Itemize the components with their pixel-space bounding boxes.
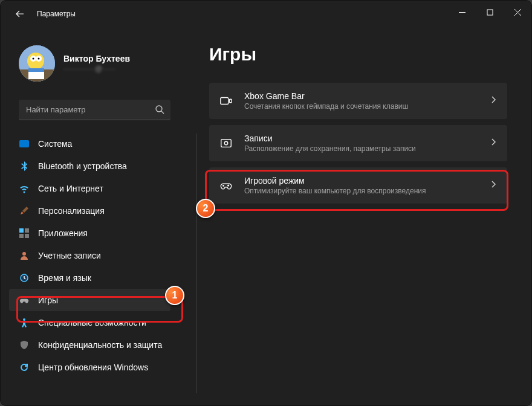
sidebar-item-label: Приложения [38,228,88,238]
monitor-icon [19,138,30,149]
chevron-right-icon [489,95,498,106]
svg-point-21 [23,318,25,321]
chevron-right-icon [489,138,498,149]
svg-point-13 [156,106,162,112]
main-content: Игры Xbox Game BarСочетания кнопок геймп… [185,27,531,405]
sidebar-item-personalization[interactable]: Персонализация [9,199,170,222]
sidebar-item-bluetooth[interactable]: Bluetooth и устройства [9,155,170,177]
setting-xbox-game-bar[interactable]: Xbox Game BarСочетания кнопок геймпада и… [209,83,507,119]
bluetooth-icon [19,161,30,172]
svg-point-10 [38,58,40,60]
sidebar-item-label: Bluetooth и устройства [38,161,127,171]
back-button[interactable] [13,7,27,21]
gamepad-icon [19,295,30,306]
sidebar-item-gaming[interactable]: Игры [9,289,170,311]
sidebar-item-windows-update[interactable]: Центр обновления Windows [9,356,170,378]
sidebar-item-apps[interactable]: Приложения [9,222,170,244]
capture-icon [219,136,233,150]
step-badge-2: 2 [196,199,215,218]
setting-subtitle: Оптимизируйте ваш компьютер для воспроиз… [244,187,489,195]
svg-point-19 [22,252,26,256]
sidebar-item-label: Время и язык [38,273,91,283]
setting-title: Игровой режим [244,176,489,185]
sidebar-item-network[interactable]: Сеть и Интернет [9,177,170,199]
setting-game-mode[interactable]: Игровой режимОптимизируйте ваш компьютер… [209,167,507,204]
search-input[interactable] [19,100,170,120]
setting-subtitle: Сочетания кнопок геймпада и сочетания кл… [244,102,489,111]
arrow-left-icon [15,9,25,19]
chevron-right-icon [489,180,498,191]
svg-rect-22 [221,98,229,105]
svg-point-6 [27,53,44,69]
profile-block[interactable]: Виктор Бухтеев ············@····· [1,27,179,94]
titlebar: Параметры [1,1,531,27]
close-icon [514,9,521,16]
close-button[interactable] [504,1,531,24]
shield-icon [19,340,30,350]
sidebar-item-label: Специальные возможности [38,318,146,327]
person-icon [19,250,30,261]
sidebar-item-label: Персонализация [38,206,105,216]
page-title: Игры [209,44,507,65]
sidebar-item-label: Сеть и Интернет [38,184,103,193]
svg-line-14 [161,111,164,114]
settings-window: Параметры [0,0,532,406]
svg-point-25 [224,141,228,145]
setting-captures[interactable]: ЗаписиРасположение для сохранения, парам… [209,125,507,161]
window-title: Параметры [37,10,76,18]
svg-rect-15 [19,228,24,233]
svg-rect-18 [25,234,29,238]
svg-rect-16 [25,228,29,233]
svg-rect-23 [230,99,232,103]
clock-icon [19,272,30,283]
sidebar-item-accessibility[interactable]: Специальные возможности [9,311,170,334]
sidebar-item-system[interactable]: Система [9,132,170,155]
brush-icon [19,205,30,216]
wifi-icon [19,183,30,194]
step-badge-1: 1 [165,286,184,305]
game-mode-icon [219,178,233,193]
sidebar-item-label: Конфиденциальность и защита [38,340,162,350]
sidebar-item-label: Система [38,139,72,149]
profile-name: Виктор Бухтеев [63,54,130,63]
maximize-icon [487,9,493,16]
setting-title: Записи [244,134,489,143]
search-icon [155,105,164,117]
window-controls [448,1,531,24]
sidebar-item-label: Игры [38,295,58,305]
sidebar-item-time-language[interactable]: Время и язык [9,266,170,289]
sidebar-item-accounts[interactable]: Учетные записи [9,244,170,266]
accessibility-icon [19,317,30,328]
apps-icon [19,228,30,239]
avatar-image [19,45,55,82]
avatar [19,45,55,82]
svg-rect-12 [28,68,44,72]
minimize-icon [459,9,465,16]
svg-rect-24 [221,140,232,147]
profile-email: ············@····· [63,65,130,73]
maximize-button[interactable] [476,1,504,24]
setting-subtitle: Расположение для сохранения, параметры з… [244,144,489,153]
svg-rect-17 [19,234,24,238]
search-wrap [19,100,170,120]
minimize-button[interactable] [448,1,476,24]
update-icon [19,362,30,373]
sidebar-item-label: Центр обновления Windows [38,362,148,372]
sidebar-item-label: Учетные записи [38,251,101,260]
xbox-gamebar-icon [219,94,233,108]
sidebar-item-privacy[interactable]: Конфиденциальность и защита [9,334,170,356]
sidebar: Виктор Бухтеев ············@····· Систем… [1,27,185,405]
svg-point-9 [33,58,34,60]
sidebar-divider [196,134,197,393]
svg-point-26 [228,185,229,186]
nav: Система Bluetooth и устройства Сеть и Ин… [1,130,179,378]
setting-title: Xbox Game Bar [244,91,489,101]
svg-rect-1 [487,10,493,15]
